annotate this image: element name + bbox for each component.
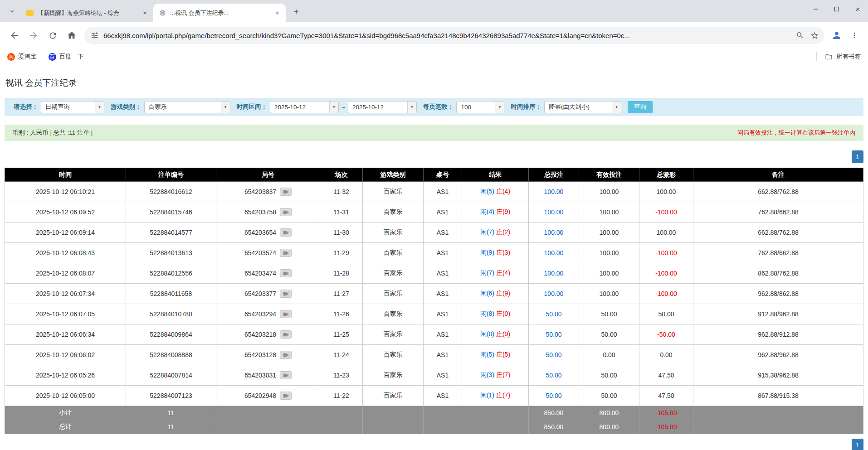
tab-search-button[interactable] [5,5,19,18]
page-size-select[interactable]: 100 ▾ [456,101,504,113]
chevron-down-icon[interactable]: ▾ [329,102,338,113]
minimize-button[interactable] [805,0,826,18]
address-bar[interactable]: 66cxkj98.com/ipl/portal.php/game/betreco… [84,27,824,44]
zoom-icon[interactable] [793,28,807,43]
cell-result: 闲(4) 庄(9) [462,202,529,223]
table-row: 2025-10-12 06:05:00522884007123654202948… [5,386,863,406]
minimize-icon [813,6,819,12]
video-replay-icon[interactable] [280,249,292,257]
bookmark-taobao[interactable]: 淘 爱淘宝 [7,53,37,61]
video-replay-icon[interactable] [280,228,292,237]
column-header: 游戏类别 [363,168,424,182]
chevron-down-icon[interactable]: ▾ [612,102,621,113]
profile-avatar-button[interactable] [828,27,845,44]
cell-table-no: AS1 [424,263,462,284]
new-tab-button[interactable] [289,5,303,18]
video-replay-icon[interactable] [280,208,292,216]
cell-payout: -100.00 [639,243,693,263]
refresh-button[interactable] [44,26,62,44]
maximize-button[interactable] [826,0,847,18]
search-button[interactable]: 查询 [628,101,653,113]
cell-time: 2025-10-12 06:07:34 [5,284,126,304]
game-type-select[interactable]: 百家乐 ▾ [144,101,230,113]
forward-button[interactable] [24,26,43,44]
summary-payout: -105.00 [639,406,693,420]
cell-result: 闲(5) 庄(5) [462,345,529,365]
video-replay-icon[interactable] [280,371,292,379]
summary-label: 总计 [5,420,126,434]
cell-payout: -100.00 [639,284,693,304]
chevron-down-icon[interactable]: ▾ [95,102,104,113]
cell-valid-bet: 50.00 [579,304,639,324]
cell-total-bet[interactable]: 50.00 [529,324,579,345]
video-replay-icon[interactable] [280,269,292,277]
summary-row: 总计11850.00800.00-105.00 [5,420,863,434]
cell-total-bet[interactable]: 50.00 [529,365,579,386]
home-button[interactable] [63,26,81,44]
cell-total-bet[interactable]: 100.00 [529,284,579,304]
query-type-select[interactable]: 日期查询 ▾ [41,101,104,113]
site-info-icon[interactable] [91,31,99,39]
back-button[interactable] [5,26,24,44]
cell-total-bet[interactable]: 100.00 [529,243,579,263]
cell-game-type: 百家乐 [363,324,424,345]
summary-empty-cell [320,420,363,434]
cell-bet-id: 522884012556 [126,263,216,284]
bookmark-baidu[interactable]: 百 百度一下 [49,53,84,61]
summary-empty-cell [693,420,863,434]
summary-payout: -105.00 [639,420,693,434]
page-number-button[interactable]: 1 [852,150,863,163]
cell-session: 11-30 [320,223,363,243]
cell-total-bet[interactable]: 50.00 [529,386,579,406]
cell-remark: 915.38/962.88 [693,365,863,386]
page-content: 视讯 会员下注纪录 请选择： 日期查询 ▾ 游戏类别： 百家乐 ▾ 时间区间： … [0,77,868,450]
cell-payout: 100.00 [639,182,693,202]
cell-time: 2025-10-12 06:08:07 [5,263,126,284]
chevron-down-icon[interactable]: ▾ [495,102,504,113]
cell-remark: 762.88/662.88 [693,243,863,263]
summary-empty-cell [462,406,529,420]
cell-total-bet[interactable]: 100.00 [529,182,579,202]
sort-order-select[interactable]: 降幂(由大到小) ▾ [544,101,621,113]
page-size-value: 100 [457,104,495,111]
chevron-down-icon[interactable]: ▾ [221,102,230,113]
cell-total-bet[interactable]: 100.00 [529,263,579,284]
video-replay-icon[interactable] [280,330,292,339]
cell-game-type: 百家乐 [363,182,424,202]
bookmark-star-icon[interactable] [807,28,822,43]
cell-payout: 47.50 [639,365,693,386]
cell-total-bet[interactable]: 50.00 [529,304,579,324]
cell-total-bet[interactable]: 100.00 [529,223,579,243]
browser-tab-betrecord[interactable]: :::视讯 会员下注纪录::: [153,4,286,22]
cell-game-type: 百家乐 [363,202,424,223]
cell-result: 闲(1) 庄(7) [462,386,529,406]
cell-remark: 662.88/762.88 [693,223,863,243]
cell-total-bet[interactable]: 50.00 [529,345,579,365]
cell-time: 2025-10-12 06:07:05 [5,304,126,324]
date-from-select[interactable]: 2025-10-12 ▾ [270,101,339,113]
cell-total-bet[interactable]: 100.00 [529,202,579,223]
close-window-button[interactable] [847,0,868,18]
all-bookmarks-button[interactable]: 所有书签 [816,52,861,61]
video-replay-icon[interactable] [280,392,292,400]
tab-close-icon[interactable] [141,9,149,17]
browser-tab-forum[interactable]: 【新提醒】海燕策略论坛 - 综合 [21,4,153,22]
video-replay-icon[interactable] [280,351,292,359]
date-from-value: 2025-10-12 [270,104,329,111]
cell-bet-id: 522884016612 [126,182,216,202]
browser-menu-button[interactable] [846,27,863,44]
table-row: 2025-10-12 06:09:52522884015746654203758… [5,202,863,223]
date-to-value: 2025-10-12 [348,104,407,111]
summary-empty-cell [216,406,320,420]
cell-time: 2025-10-12 06:08:43 [5,243,126,263]
page-number-button[interactable]: 1 [852,439,863,450]
video-replay-icon[interactable] [280,310,292,318]
video-replay-icon[interactable] [280,188,292,196]
tab-close-icon[interactable] [273,9,281,17]
date-to-select[interactable]: 2025-10-12 ▾ [348,101,417,113]
cell-round: 654203758 [216,202,320,223]
video-replay-icon[interactable] [280,290,292,298]
summary-empty-cell [462,420,529,434]
chevron-down-icon[interactable]: ▾ [407,102,416,113]
cell-remark: 962.88/962.88 [693,345,863,365]
